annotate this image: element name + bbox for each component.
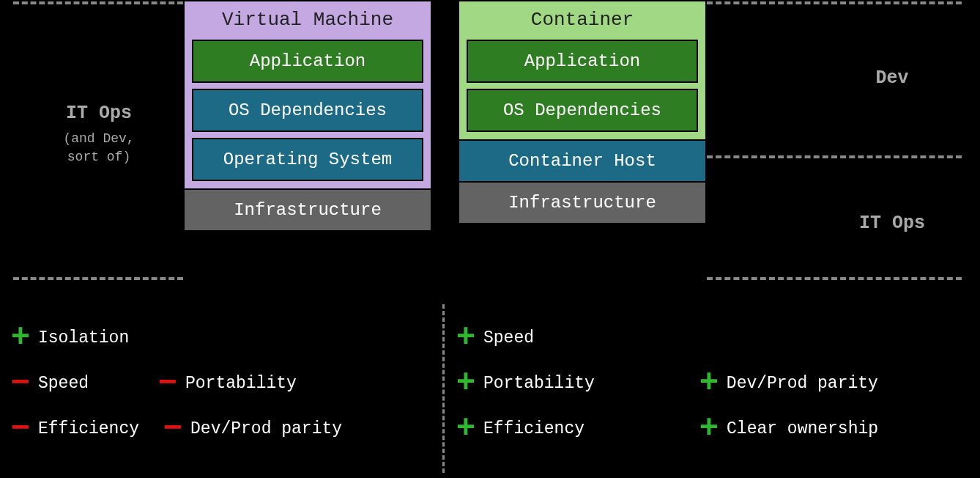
vm-row-1: + Isolation <box>7 315 432 361</box>
vm-point: Isolation <box>38 328 129 348</box>
vm-stack: Virtual Machine Application OS Dependenc… <box>183 0 432 232</box>
vm-layer-infrastructure: Infrastructure <box>183 188 432 232</box>
dash-line <box>13 277 183 280</box>
right-role-dev: Dev <box>826 67 958 89</box>
left-role-sub: (and Dev, sort of) <box>29 130 168 166</box>
dash-line <box>13 1 183 4</box>
dash-line <box>707 155 962 158</box>
vm-layer-application: Application <box>192 40 423 83</box>
vm-point: Speed <box>38 374 89 393</box>
vm-row-3: − Efficiency − Dev/Prod parity <box>7 406 432 452</box>
ct-layer-os-dependencies: OS Dependencies <box>467 89 698 132</box>
ct-point: Dev/Prod parity <box>727 374 878 393</box>
plus-icon: + <box>696 367 722 400</box>
vm-pros-cons: + Isolation − Speed − Portability − Effi… <box>7 315 432 452</box>
ct-point: Speed <box>483 328 534 348</box>
vm-box: Virtual Machine Application OS Dependenc… <box>183 0 432 190</box>
dash-line <box>707 277 962 280</box>
vm-point: Portability <box>185 374 297 393</box>
ct-row-2: + Portability + Dev/Prod parity <box>453 361 965 406</box>
ct-layer-application: Application <box>467 40 698 83</box>
ct-layer-container-host: Container Host <box>458 139 707 183</box>
ct-row-1: + Speed <box>453 315 965 361</box>
plus-icon: + <box>453 322 479 354</box>
container-stack: Container Application OS Dependencies Co… <box>458 0 707 224</box>
center-divider <box>442 304 445 473</box>
dash-line <box>707 1 962 4</box>
plus-icon: + <box>453 367 479 400</box>
minus-icon: − <box>160 413 186 445</box>
container-box: Container Application OS Dependencies <box>458 0 707 141</box>
vm-layer-os-dependencies: OS Dependencies <box>192 89 423 132</box>
ct-point: Efficiency <box>483 419 584 438</box>
plus-icon: + <box>453 413 479 445</box>
right-role-itops: IT Ops <box>826 213 958 234</box>
ct-point: Portability <box>483 374 595 393</box>
ct-point: Clear ownership <box>727 419 878 438</box>
ct-layer-infrastructure: Infrastructure <box>458 181 707 224</box>
minus-icon: − <box>7 367 34 400</box>
minus-icon: − <box>155 367 181 400</box>
plus-icon: + <box>696 413 722 445</box>
minus-icon: − <box>7 413 34 445</box>
vm-layer-operating-system: Operating System <box>192 138 423 181</box>
plus-icon: + <box>7 322 34 354</box>
left-role-main: IT Ops <box>29 103 168 124</box>
left-role-label: IT Ops (and Dev, sort of) <box>29 103 168 166</box>
vm-title: Virtual Machine <box>192 7 423 34</box>
architecture-diagram: IT Ops (and Dev, sort of) Dev IT Ops Vir… <box>0 0 980 301</box>
ct-row-3: + Efficiency + Clear ownership <box>453 406 965 452</box>
vm-row-2: − Speed − Portability <box>7 361 432 406</box>
vm-point: Efficiency <box>38 419 139 438</box>
vm-point: Dev/Prod parity <box>190 419 342 438</box>
container-pros-cons: + Speed + Portability + Dev/Prod parity … <box>453 315 965 452</box>
container-title: Container <box>467 7 698 34</box>
